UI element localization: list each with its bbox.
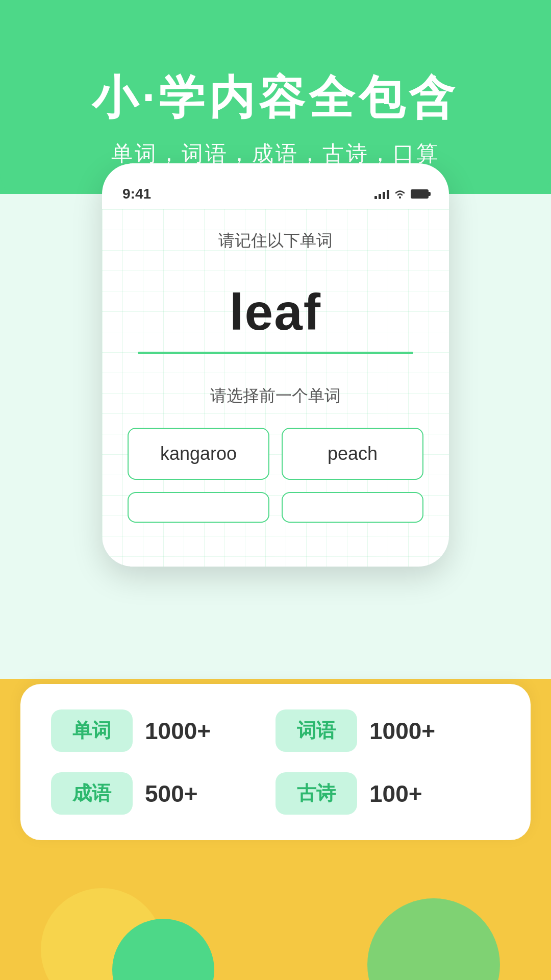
deco-circle-green-2 <box>367 898 500 980</box>
decorative-circles <box>0 878 551 980</box>
bottom-section: 单词 1000+ 词语 1000+ 成语 500+ 古诗 100+ <box>0 684 551 980</box>
option-partial-1[interactable] <box>128 492 269 523</box>
stat-item-vocabulary: 单词 1000+ <box>51 709 276 752</box>
stat-badge-words: 词语 <box>276 709 357 752</box>
stat-count-words: 1000+ <box>369 717 435 745</box>
instruction-text: 请记住以下单词 <box>128 230 423 252</box>
stats-row-2: 成语 500+ 古诗 100+ <box>51 772 500 815</box>
option-partial-2[interactable] <box>282 492 423 523</box>
option-peach[interactable]: peach <box>282 428 423 480</box>
word-display: leaf <box>128 283 423 341</box>
svg-point-0 <box>399 197 401 199</box>
stat-item-words: 词语 1000+ <box>276 709 500 752</box>
stat-count-vocabulary: 1000+ <box>145 717 211 745</box>
phone-mockup-container: 9:41 <box>102 163 449 567</box>
stats-card: 单词 1000+ 词语 1000+ 成语 500+ 古诗 100+ <box>20 684 531 840</box>
phone-mockup: 9:41 <box>102 163 449 567</box>
stat-count-poetry: 100+ <box>369 780 422 807</box>
stat-badge-vocabulary: 单词 <box>51 709 133 752</box>
select-instruction: 请选择前一个单词 <box>128 385 423 407</box>
phone-content: 请记住以下单词 leaf 请选择前一个单词 kangaroo peach <box>102 209 449 567</box>
stats-row-1: 单词 1000+ 词语 1000+ <box>51 709 500 752</box>
signal-icon <box>374 189 389 199</box>
option-kangaroo[interactable]: kangaroo <box>128 428 269 480</box>
phone-time: 9:41 <box>122 186 151 202</box>
status-bar: 9:41 <box>102 179 449 209</box>
stat-badge-poetry: 古诗 <box>276 772 357 815</box>
wifi-icon <box>393 189 407 199</box>
options-grid: kangaroo peach <box>128 428 423 523</box>
main-title: 小·学内容全包含 <box>92 67 459 129</box>
status-icons <box>374 189 429 199</box>
word-underline <box>138 352 413 354</box>
stat-count-idioms: 500+ <box>145 780 198 807</box>
stat-item-idioms: 成语 500+ <box>51 772 276 815</box>
battery-icon <box>411 189 429 199</box>
stat-badge-idioms: 成语 <box>51 772 133 815</box>
stat-item-poetry: 古诗 100+ <box>276 772 500 815</box>
